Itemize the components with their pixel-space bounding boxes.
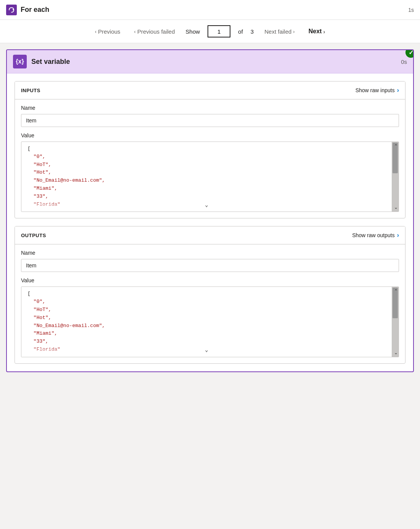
next-failed-chevron-icon: › — [293, 29, 295, 34]
action-header-left: {x} Set variable — [13, 55, 70, 68]
outputs-line-3: "No_Email@no-email.com", — [28, 323, 105, 329]
outputs-code-box: [ "0", "HoT", "Hot", "No_Email@no-email.… — [21, 286, 399, 357]
outputs-name-label: Name — [21, 250, 399, 256]
outputs-section: OUTPUTS Show raw outputs › Name Item Val… — [15, 226, 405, 363]
outputs-line-1: "HoT", — [28, 307, 51, 313]
show-label: Show — [186, 28, 200, 35]
action-title: Set variable — [31, 58, 70, 66]
outputs-name-value: Item — [21, 259, 399, 272]
outputs-line-5: "33", — [28, 339, 49, 344]
inputs-scroll-up-icon[interactable]: ⌃ — [394, 143, 398, 149]
previous-failed-label: Previous failed — [137, 28, 175, 35]
show-raw-inputs-arrow-icon: › — [397, 87, 399, 94]
inputs-bracket-open: [ — [28, 146, 31, 151]
outputs-scroll-down-icon: ⌄ — [205, 346, 208, 354]
inputs-value-label: Value — [21, 132, 399, 138]
show-raw-outputs-label: Show raw outputs — [352, 232, 394, 238]
outputs-scroll-up-icon[interactable]: ⌃ — [394, 288, 398, 294]
action-header: {x} Set variable 0s ✓ — [7, 50, 413, 73]
top-bar-duration: 1s — [408, 7, 414, 13]
previous-failed-button[interactable]: ‹ Previous failed — [131, 27, 178, 36]
inputs-name-field: Name Item — [15, 99, 405, 132]
inputs-scrollbar[interactable]: ⌃ ⌄ — [392, 142, 399, 212]
show-input[interactable] — [208, 25, 230, 37]
nav-bar: ‹ Previous ‹ Previous failed Show of 3 N… — [0, 20, 420, 43]
outputs-value-label: Value — [21, 277, 399, 283]
of-label: of — [238, 28, 243, 35]
outputs-code-fade: ⌄ — [21, 345, 392, 357]
top-bar-left: For each — [6, 5, 49, 15]
previous-chevron-icon: ‹ — [95, 29, 96, 34]
outputs-line-0: "0", — [28, 299, 45, 304]
inputs-section-header: INPUTS Show raw inputs › — [15, 81, 405, 99]
show-raw-inputs-label: Show raw inputs — [355, 87, 395, 93]
outputs-section-header: OUTPUTS Show raw outputs › — [15, 226, 405, 244]
outputs-scrollbar[interactable]: ⌃ ⌄ — [392, 287, 399, 356]
inputs-line-3: "No_Email@no-email.com", — [28, 177, 105, 183]
inputs-name-label: Name — [21, 105, 399, 111]
outputs-line-4: "Miami", — [28, 330, 57, 336]
inputs-title: INPUTS — [21, 88, 41, 93]
action-duration: 0s — [401, 59, 407, 65]
for-each-icon — [6, 5, 17, 15]
inputs-section: INPUTS Show raw inputs › Name Item Value… — [15, 81, 405, 218]
previous-label: Previous — [98, 28, 120, 35]
outputs-title: OUTPUTS — [21, 233, 46, 238]
show-raw-outputs-button[interactable]: Show raw outputs › — [352, 232, 399, 239]
inputs-value-wrapper: Value — [15, 132, 405, 138]
previous-button[interactable]: ‹ Previous — [92, 27, 123, 36]
top-bar-title: For each — [21, 6, 49, 14]
inputs-name-value: Item — [21, 114, 399, 127]
next-button[interactable]: Next › — [305, 26, 328, 36]
inputs-line-5: "33", — [28, 194, 49, 199]
inputs-scroll-down-arrow-icon[interactable]: ⌄ — [394, 205, 398, 210]
inputs-line-0: "0", — [28, 154, 45, 160]
inputs-line-4: "Miami", — [28, 186, 57, 191]
outputs-code-content: [ "0", "HoT", "Hot", "No_Email@no-email.… — [21, 287, 399, 356]
show-raw-inputs-button[interactable]: Show raw inputs › — [355, 87, 399, 94]
set-variable-icon: {x} — [13, 55, 27, 68]
action-card: {x} Set variable 0s ✓ INPUTS Show raw in… — [6, 49, 414, 372]
inputs-line-1: "HoT", — [28, 162, 51, 168]
inputs-code-content: [ "0", "HoT", "Hot", "No_Email@no-email.… — [21, 142, 399, 212]
outputs-line-2: "Hot", — [28, 315, 51, 321]
inputs-scroll-down-icon: ⌄ — [205, 201, 208, 209]
main-content: {x} Set variable 0s ✓ INPUTS Show raw in… — [0, 43, 420, 378]
outputs-name-field: Name Item — [15, 244, 405, 277]
next-failed-button[interactable]: Next failed › — [261, 27, 298, 36]
outputs-bracket-open: [ — [28, 291, 31, 296]
success-icon: ✓ — [405, 49, 414, 58]
inputs-code-box: [ "0", "HoT", "Hot", "No_Email@no-email.… — [21, 142, 399, 212]
previous-failed-chevron-icon: ‹ — [134, 29, 136, 34]
next-failed-label: Next failed — [264, 28, 292, 35]
next-label: Next — [308, 28, 322, 35]
inputs-line-2: "Hot", — [28, 169, 51, 175]
top-bar: For each 1s — [0, 0, 420, 20]
show-raw-outputs-arrow-icon: › — [397, 232, 399, 239]
inputs-code-fade: ⌄ — [21, 200, 392, 212]
outputs-scroll-down-arrow-icon[interactable]: ⌄ — [394, 350, 398, 355]
total-pages: 3 — [251, 28, 254, 35]
outputs-value-wrapper: Value — [15, 277, 405, 283]
next-chevron-icon: › — [323, 28, 325, 35]
